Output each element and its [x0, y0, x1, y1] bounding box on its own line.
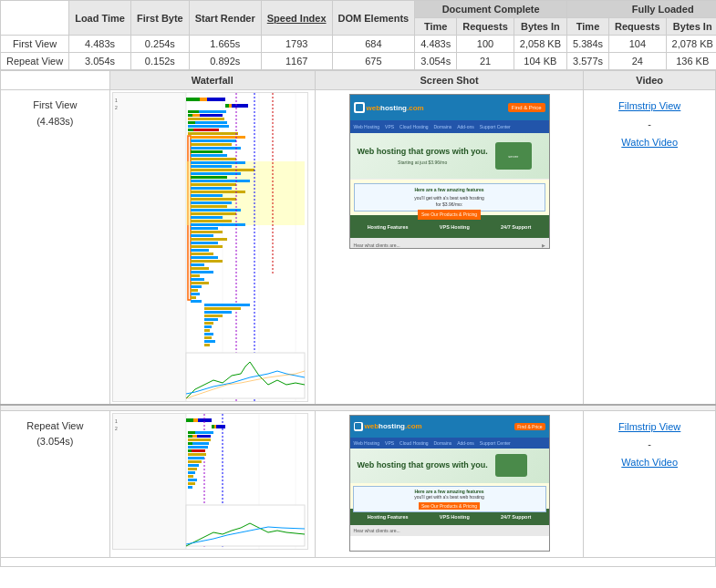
- svg-rect-65: [191, 263, 204, 266]
- svg-rect-15: [188, 114, 192, 117]
- repeat-view-watch-link[interactable]: Watch Video: [591, 454, 708, 472]
- video-header: Video: [584, 71, 716, 90]
- svg-rect-23: [193, 129, 219, 131]
- svg-rect-35: [191, 165, 232, 168]
- col-loaded-time: Time: [567, 18, 609, 36]
- repeat-view-dom-elements: 675: [332, 53, 415, 70]
- svg-rect-107: [192, 435, 197, 438]
- svg-rect-38: [191, 176, 227, 179]
- svg-rect-84: [204, 333, 213, 335]
- svg-rect-109: [188, 438, 211, 441]
- first-view-label: First View: [1, 36, 69, 53]
- svg-rect-60: [191, 245, 223, 248]
- nav-support: Support Center: [480, 124, 511, 129]
- first-view-filmstrip-link[interactable]: Filmstrip View: [591, 98, 708, 116]
- svg-rect-18: [188, 118, 224, 120]
- svg-rect-112: [188, 446, 208, 449]
- svg-rect-20: [195, 121, 227, 124]
- col-first-byte: First Byte: [130, 1, 189, 36]
- repeat-view-video-cell: Filmstrip View - Watch Video: [584, 410, 716, 557]
- first-view-watch-link[interactable]: Watch Video: [591, 134, 708, 152]
- svg-rect-100: [214, 425, 216, 428]
- svg-rect-47: [191, 209, 241, 211]
- repeat-view-loaded-bytes: 136 KB: [666, 53, 716, 70]
- repeat-view-doc-bytes: 104 KB: [514, 53, 566, 70]
- first-view-name: First View: [8, 98, 102, 114]
- svg-rect-66: [191, 267, 209, 270]
- col-doc-bytes: Bytes In: [514, 18, 566, 36]
- svg-rect-28: [191, 143, 232, 146]
- svg-rect-119: [188, 468, 197, 470]
- svg-rect-59: [191, 242, 218, 244]
- repeat-view-speed-index: 1167: [261, 53, 332, 70]
- svg-rect-71: [191, 285, 202, 288]
- first-view-screenshot: webhosting.com Find & Price Web Hosting …: [349, 94, 550, 249]
- svg-rect-74: [191, 296, 196, 299]
- col-dom-elements: DOM Elements: [332, 1, 415, 36]
- screenshot-header: Screen Shot: [315, 71, 584, 90]
- svg-rect-76: [204, 304, 250, 306]
- svg-rect-64: [191, 260, 223, 263]
- svg-rect-34: [191, 161, 245, 164]
- repeat-view-doc-time: 3.054s: [415, 53, 457, 70]
- svg-rect-70: [191, 282, 209, 284]
- repeat-footer-hosting: Hosting Features: [368, 514, 409, 520]
- svg-rect-105: [195, 431, 213, 434]
- repeat-view-filmstrip-link[interactable]: Filmstrip View: [591, 418, 708, 437]
- svg-rect-113: [188, 449, 192, 452]
- svg-rect-46: [191, 205, 227, 208]
- first-view-separator: -: [591, 116, 708, 134]
- svg-rect-120: [188, 471, 195, 474]
- footer-support: 24/7 Support: [501, 224, 531, 230]
- repeat-view-loaded-requests: 24: [609, 53, 667, 70]
- repeat-view-name: Repeat View: [8, 418, 102, 435]
- svg-rect-51: [191, 223, 245, 226]
- repeat-nav-cloud: Cloud Hosting: [400, 440, 428, 446]
- svg-rect-69: [191, 278, 204, 281]
- svg-rect-72: [191, 289, 198, 292]
- first-view-first-byte: 0.254s: [130, 36, 189, 53]
- first-view-doc-bytes: 2,058 KB: [514, 36, 566, 53]
- svg-rect-49: [191, 216, 223, 219]
- svg-rect-123: [188, 482, 195, 485]
- svg-rect-68: [191, 274, 200, 277]
- svg-rect-115: [188, 453, 206, 456]
- svg-rect-116: [188, 457, 204, 459]
- svg-rect-7: [200, 98, 207, 101]
- svg-rect-104: [188, 431, 195, 434]
- first-view-video-cell: Filmstrip View - Watch Video: [584, 90, 716, 406]
- svg-rect-37: [191, 172, 241, 175]
- footer-hosting: Hosting Features: [368, 224, 409, 230]
- svg-rect-57: [191, 234, 213, 237]
- svg-rect-21: [188, 125, 229, 128]
- svg-rect-85: [204, 336, 212, 339]
- svg-rect-87: [204, 344, 210, 346]
- svg-text:1: 1: [115, 418, 118, 424]
- svg-rect-79: [204, 315, 223, 317]
- svg-rect-80: [204, 318, 218, 321]
- svg-rect-78: [204, 311, 232, 314]
- svg-rect-99: [212, 425, 214, 428]
- group-fully-loaded: Fully Loaded: [567, 1, 716, 18]
- svg-rect-88: [186, 353, 305, 398]
- svg-rect-114: [192, 449, 205, 452]
- repeat-view-waterfall-svg: 1 2: [113, 414, 308, 550]
- svg-rect-13: [188, 110, 199, 113]
- svg-rect-108: [197, 435, 211, 438]
- svg-rect-77: [204, 307, 241, 310]
- col-speed-index: Speed Index: [261, 1, 332, 36]
- footer-vps: VPS Hosting: [440, 224, 470, 230]
- svg-rect-67: [191, 271, 213, 273]
- first-view-label-cell: First View (4.483s): [1, 90, 110, 406]
- svg-rect-121: [188, 475, 193, 478]
- svg-rect-36: [191, 169, 254, 171]
- svg-rect-106: [188, 435, 192, 438]
- repeat-nav-domains: Domains: [433, 440, 451, 446]
- repeat-view-load-time: 3.054s: [69, 53, 131, 70]
- svg-rect-24: [188, 132, 238, 135]
- repeat-view-label: Repeat View: [1, 53, 69, 70]
- svg-rect-22: [188, 129, 193, 131]
- svg-rect-62: [191, 253, 213, 255]
- first-view-loaded-time: 5.384s: [567, 36, 609, 53]
- svg-rect-42: [191, 191, 245, 193]
